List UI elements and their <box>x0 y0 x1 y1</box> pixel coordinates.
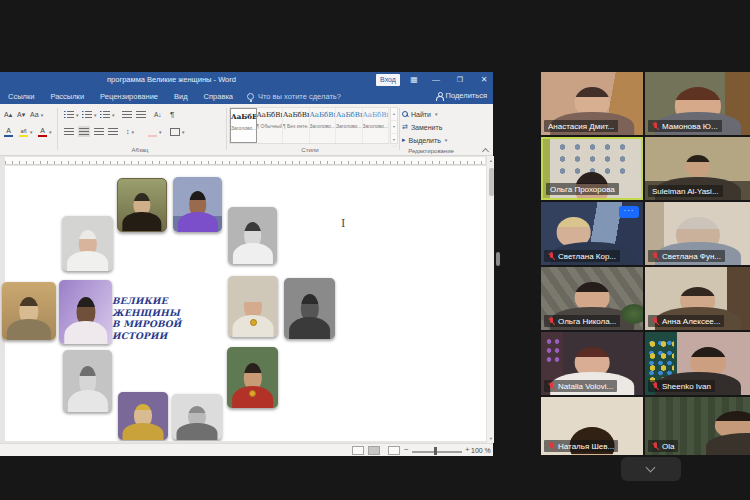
scroll-up-arrow[interactable]: ▴ <box>487 156 495 165</box>
participant-tile[interactable]: ··· Светлана Кор... <box>541 202 643 265</box>
style-preview: АаБбВвІ <box>283 111 309 119</box>
more-options-button[interactable]: ··· <box>619 206 639 218</box>
status-bar: − + 100 % <box>0 443 493 456</box>
styles-scroll-down[interactable]: ▾ <box>391 121 397 134</box>
multilevel-list-button[interactable]: ▾ <box>100 109 115 120</box>
participant-name-tag: Ольга Прохорова <box>546 183 619 195</box>
participant-tile[interactable]: Ola <box>645 397 750 455</box>
style-item-heading1[interactable]: АаБбВг Заголово... <box>310 108 337 143</box>
tab-help[interactable]: Справка <box>196 92 241 101</box>
photo-bw-short-haired-writer[interactable] <box>63 350 112 412</box>
tab-mailings[interactable]: Рассылки <box>42 92 92 101</box>
justify-button[interactable] <box>108 126 118 137</box>
tell-me-box[interactable]: Что вы хотите сделать? <box>247 92 341 101</box>
participant-tile[interactable]: Мамонова Ю... <box>645 72 750 135</box>
find-button[interactable]: Найти ▾ <box>402 108 438 120</box>
photo-singer-with-microphone[interactable] <box>59 280 112 344</box>
bullets-button[interactable]: ▾ <box>64 109 79 120</box>
style-item-heading3[interactable]: АаБбВвГ Заголово... <box>363 108 390 143</box>
participant-tile[interactable]: Natalia Volovi... <box>541 332 643 395</box>
zoom-in-button[interactable]: + <box>465 445 470 454</box>
photo-athlete-with-gold-medal[interactable] <box>227 347 278 408</box>
change-case-button[interactable]: Аа ▾ <box>30 109 43 120</box>
zoom-level[interactable]: 100 % <box>471 447 491 454</box>
print-layout-button[interactable] <box>368 446 380 455</box>
style-item-normal[interactable]: АаБбВвІ ¶ Обычный <box>257 108 284 143</box>
horizontal-ruler[interactable] <box>5 157 485 165</box>
photo-portrait-painting[interactable] <box>117 178 167 232</box>
close-button[interactable]: ✕ <box>476 74 492 86</box>
borders-button[interactable]: ▾ <box>170 126 185 137</box>
decrease-indent-button[interactable] <box>122 109 132 120</box>
read-mode-button[interactable] <box>352 446 364 455</box>
participant-tile[interactable]: Наталья Шев... <box>541 397 643 455</box>
align-left-button[interactable] <box>64 126 74 137</box>
show-marks-button[interactable]: ¶ <box>170 109 174 120</box>
photo-white-haired-woman[interactable] <box>62 216 113 271</box>
participant-tile[interactable]: Анастасия Дмит... <box>541 72 643 135</box>
numbering-button[interactable]: ▾ <box>82 109 97 120</box>
share-button[interactable]: Поделиться <box>436 91 487 100</box>
zoom-slider-track[interactable] <box>412 451 462 453</box>
participant-tile[interactable]: Sheenko Ivan <box>645 332 750 395</box>
zoom-out-button[interactable]: − <box>404 445 409 454</box>
align-center-button[interactable] <box>78 126 90 137</box>
grow-font-button[interactable]: А▴ <box>4 109 12 120</box>
scroll-down-arrow[interactable]: ▾ <box>487 434 495 443</box>
scroll-thumb[interactable] <box>489 168 494 196</box>
participant-name: Natalia Volovi... <box>558 382 613 391</box>
photo-sepia-portrait[interactable] <box>2 282 56 340</box>
participant-tile[interactable]: Анна Алексее... <box>645 267 750 330</box>
vertical-scrollbar[interactable]: ▴ ▾ <box>486 156 494 443</box>
participant-name: Анастасия Дмит... <box>548 122 614 131</box>
participant-name: Ольга Никола... <box>558 317 616 326</box>
web-layout-button[interactable] <box>388 446 400 455</box>
participant-tile[interactable]: Светлана Фун... <box>645 202 750 265</box>
photo-woman-in-golden-veil[interactable] <box>118 392 168 440</box>
participant-tile[interactable]: Ольга Никола... <box>541 267 643 330</box>
participant-tile[interactable]: Suleiman Al-Yasi... <box>645 137 750 200</box>
participant-tile-active-speaker[interactable]: Ольга Прохорова <box>541 137 643 200</box>
tab-references[interactable]: Ссылки <box>0 92 42 101</box>
styles-scroll-up[interactable]: ▴ <box>391 108 397 121</box>
restore-button[interactable]: ❐ <box>452 74 468 86</box>
replace-button[interactable]: ⇄ Заменить <box>402 121 442 133</box>
ribbon-display-options-icon[interactable]: ▦ <box>406 74 422 86</box>
font-color-button[interactable]: А ▾ <box>38 126 52 137</box>
minimize-button[interactable]: — <box>428 74 444 86</box>
styles-gallery-more[interactable]: ▾ <box>391 134 397 147</box>
style-item-heading[interactable]: АаБбВ Заголово... <box>230 108 257 143</box>
zoom-meeting-screen: программа Великие женщины - Word Вход ▦ … <box>0 0 750 500</box>
align-right-button[interactable] <box>94 126 104 137</box>
borders-icon <box>170 128 180 136</box>
highlight-button[interactable]: аб ▾ <box>19 126 33 137</box>
bullets-icon <box>64 111 74 119</box>
collapse-gallery-button[interactable] <box>621 457 681 481</box>
share-label: Поделиться <box>446 91 487 100</box>
participant-video <box>706 433 750 455</box>
sort-button[interactable]: А↓ <box>154 109 162 120</box>
multilevel-list-icon <box>100 111 110 119</box>
select-button[interactable]: ▸ Выделить ▾ <box>402 134 447 146</box>
increase-indent-button[interactable] <box>136 109 146 120</box>
chevron-down-icon: ▾ <box>30 129 33 135</box>
styles-gallery: АаБбВ Заголово... АаБбВвІ ¶ Обычный АаБб… <box>229 107 389 144</box>
style-item-no-spacing[interactable]: АаБбВвІ ¶ Без инте... <box>283 108 310 143</box>
shrink-font-button[interactable]: А▾ <box>17 109 25 120</box>
line-spacing-button[interactable]: ↕ ▾ <box>126 126 134 137</box>
style-item-heading2[interactable]: АаБбВвГ Заголово... <box>336 108 363 143</box>
shading-button[interactable]: ▾ <box>148 126 162 137</box>
photo-bw-woman-in-blouse[interactable] <box>228 207 277 264</box>
photo-bw-woman-with-shawl[interactable] <box>284 278 335 339</box>
photo-speaker-in-purple[interactable] <box>173 177 222 232</box>
zoom-slider-thumb[interactable] <box>434 447 437 455</box>
tab-review[interactable]: Рецензирование <box>92 92 166 101</box>
tab-view[interactable]: Вид <box>166 92 196 101</box>
collapse-ribbon-button[interactable] <box>482 148 490 153</box>
photo-bw-elderly-asian-woman[interactable] <box>172 394 222 440</box>
document-title-line2: В МИРОВОЙ ИСТОРИИ <box>112 319 237 342</box>
text-effects-button[interactable]: А <box>4 126 13 137</box>
signin-button[interactable]: Вход <box>376 74 400 86</box>
chevron-down-icon: ▾ <box>112 112 115 118</box>
pane-resize-handle[interactable] <box>496 252 500 266</box>
